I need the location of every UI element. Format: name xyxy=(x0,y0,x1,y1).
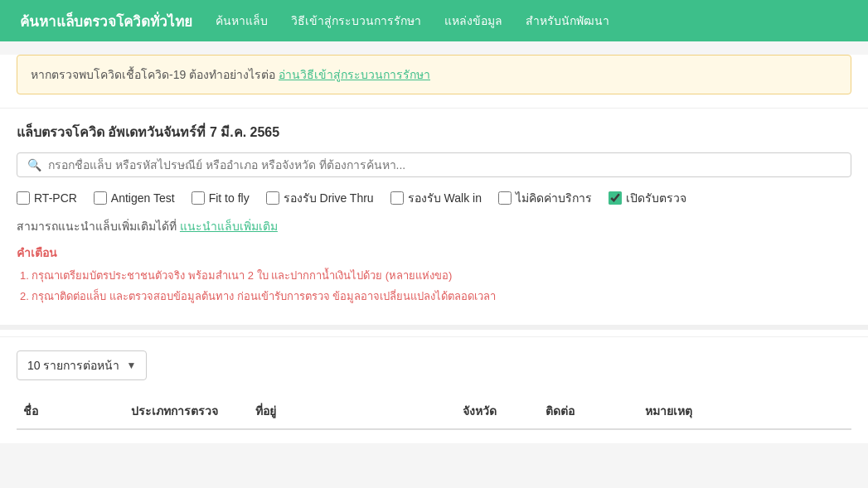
suggest-line: สามารถแนะนำแล็บเพิ่มเติมได้ที่ แนะนำแล็บ… xyxy=(17,217,851,235)
filter-antigen-label: Antigen Test xyxy=(111,191,175,205)
navbar-link-sources[interactable]: แหล่งข้อมูล xyxy=(444,12,502,30)
alert-banner: หากตรวจพบโควิดเชื้อโควิด-19 ต้องทำอย่างไ… xyxy=(17,55,851,94)
checkbox-drivethru[interactable] xyxy=(266,191,279,205)
checkbox-open[interactable] xyxy=(609,191,622,205)
navbar-link-search[interactable]: ค้นหาแล็บ xyxy=(216,12,268,30)
suggest-text: สามารถแนะนำแล็บเพิ่มเติมได้ที่ xyxy=(17,220,177,233)
col-header-province: จังหวัด xyxy=(456,394,539,429)
filter-fittofly-label: Fit to fly xyxy=(209,191,250,205)
warning-item-2: 2. กรุณาติดต่อแล็บ และตรวจสอบข้อมูลต้นทา… xyxy=(17,287,851,305)
section-divider xyxy=(0,325,868,330)
filter-open[interactable]: เปิดรับตรวจ xyxy=(609,189,686,207)
warning-item-1: 1. กรุณาเตรียมบัตรประชาชนตัวจริง พร้อมสำ… xyxy=(17,267,851,284)
per-page-label: 10 รายการต่อหน้า xyxy=(27,356,119,374)
filter-fittofly[interactable]: Fit to fly xyxy=(192,191,250,205)
search-box-container: 🔍 xyxy=(17,152,851,177)
alert-text: หากตรวจพบโควิดเชื้อโควิด-19 ต้องทำอย่างไ… xyxy=(31,68,275,81)
suggest-link[interactable]: แนะนำแล็บเพิ่มเติม xyxy=(180,220,278,233)
search-icon: 🔍 xyxy=(27,158,41,172)
checkbox-rtpcr[interactable] xyxy=(17,191,30,205)
navbar-link-dev[interactable]: สำหรับนักพัฒนา xyxy=(526,12,609,30)
per-page-select[interactable]: 10 รายการต่อหน้า ▼ xyxy=(17,350,147,380)
table-section: 10 รายการต่อหน้า ▼ ชื่อ ประเภทการตรวจ ที… xyxy=(0,336,868,443)
checkbox-free[interactable] xyxy=(498,191,512,205)
filter-rtpcr[interactable]: RT-PCR xyxy=(17,191,77,205)
filter-row: RT-PCR Antigen Test Fit to fly รองรับ Dr… xyxy=(17,189,851,207)
filter-free-label: ไม่คิดค่าบริการ xyxy=(516,189,592,207)
checkbox-fittofly[interactable] xyxy=(192,191,205,205)
navbar-brand: ค้นหาแล็บตรวจโควิดทั่วไทย xyxy=(20,10,192,32)
col-header-type: ประเภทการตรวจ xyxy=(124,394,249,429)
chevron-down-icon: ▼ xyxy=(126,360,136,371)
search-input[interactable] xyxy=(48,158,841,172)
warning-title: คำเตือน xyxy=(17,244,851,262)
search-section: แล็บตรวจโควิด อัพเดทวันจันทร์ที่ 7 มี.ค.… xyxy=(0,108,868,325)
col-header-contact: ติดต่อ xyxy=(539,394,638,429)
filter-drivethru[interactable]: รองรับ Drive Thru xyxy=(266,189,374,207)
col-header-address: ที่อยู่ xyxy=(249,394,456,429)
warning-section: คำเตือน 1. กรุณาเตรียมบัตรประชาชนตัวจริง… xyxy=(17,244,851,305)
filter-rtpcr-label: RT-PCR xyxy=(34,191,77,205)
filter-antigen[interactable]: Antigen Test xyxy=(94,191,175,205)
filter-walkin-label: รองรับ Walk in xyxy=(408,189,482,207)
section-title: แล็บตรวจโควิด อัพเดทวันจันทร์ที่ 7 มี.ค.… xyxy=(17,122,851,143)
filter-free[interactable]: ไม่คิดค่าบริการ xyxy=(498,189,592,207)
filter-drivethru-label: รองรับ Drive Thru xyxy=(284,189,374,207)
alert-link[interactable]: อ่านวิธีเข้าสู่กระบวนการรักษา xyxy=(279,68,430,81)
checkbox-walkin[interactable] xyxy=(390,191,404,205)
navbar-link-treatment[interactable]: วิธีเข้าสู่กระบวนการรักษา xyxy=(291,12,421,30)
table-header-row: ชื่อ ประเภทการตรวจ ที่อยู่ จังหวัด ติดต่… xyxy=(17,394,851,429)
col-header-note: หมายเหตุ xyxy=(638,394,851,429)
filter-open-label: เปิดรับตรวจ xyxy=(626,189,686,207)
table-header: ชื่อ ประเภทการตรวจ ที่อยู่ จังหวัด ติดต่… xyxy=(17,394,851,429)
data-table: ชื่อ ประเภทการตรวจ ที่อยู่ จังหวัด ติดต่… xyxy=(17,394,851,430)
col-header-name: ชื่อ xyxy=(17,394,124,429)
per-page-row: 10 รายการต่อหน้า ▼ xyxy=(17,350,851,380)
main-content: หากตรวจพบโควิดเชื้อโควิด-19 ต้องทำอย่างไ… xyxy=(0,55,868,443)
filter-walkin[interactable]: รองรับ Walk in xyxy=(390,189,482,207)
navbar: ค้นหาแล็บตรวจโควิดทั่วไทย ค้นหาแล็บ วิธี… xyxy=(0,0,868,41)
checkbox-antigen[interactable] xyxy=(94,191,107,205)
